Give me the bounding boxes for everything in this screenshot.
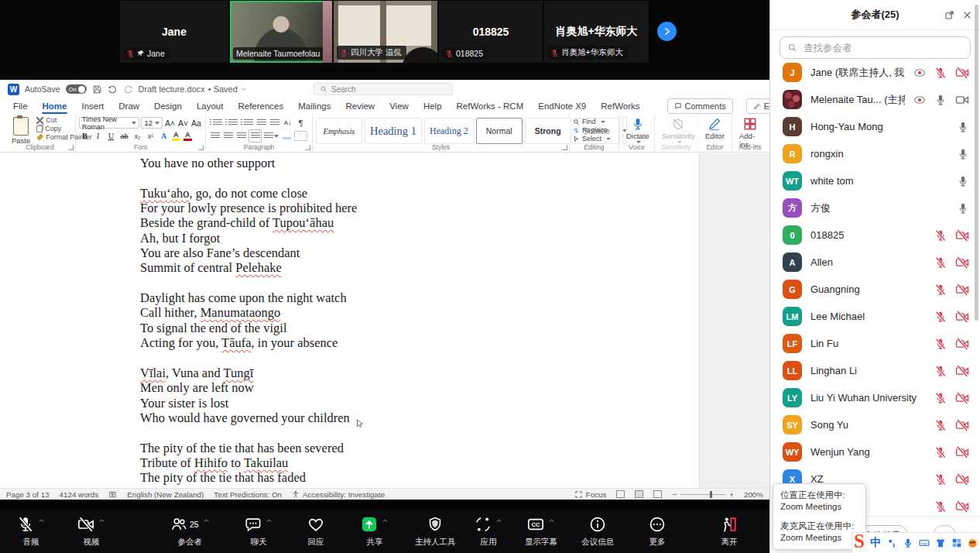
menu-tab-endnote-x9[interactable]: EndNote X9: [537, 100, 587, 112]
menu-tab-home[interactable]: Home: [42, 100, 68, 112]
font-dialog-launcher[interactable]: [198, 145, 204, 150]
underline-button[interactable]: U: [105, 130, 117, 142]
toolbar-audio[interactable]: 音频: [17, 514, 45, 548]
comments-button[interactable]: Comments: [667, 98, 733, 114]
menu-tab-refworks-rcm[interactable]: RefWorks - RCM: [456, 100, 525, 112]
shrink-font-button[interactable]: A˅: [177, 117, 189, 129]
toolbar-meeting-info[interactable]: 会议信息: [581, 514, 614, 548]
numbering-button[interactable]: [224, 117, 238, 129]
menu-tab-design[interactable]: Design: [153, 100, 183, 112]
select-button[interactable]: Select: [573, 135, 615, 143]
style-normal[interactable]: Normal: [476, 118, 523, 144]
styles-dialog-launcher[interactable]: [562, 145, 567, 150]
font-size-select[interactable]: 12: [141, 117, 163, 129]
close-icon[interactable]: [962, 10, 972, 20]
document-canvas[interactable]: You have no other supportTukuʻaho, go, d…: [0, 153, 769, 488]
participant-row[interactable]: JJane (联席主持人, 我): [770, 59, 980, 86]
menu-tab-layout[interactable]: Layout: [196, 100, 224, 112]
tray-emoji-icon[interactable]: [968, 538, 978, 548]
menu-tab-help[interactable]: Help: [423, 100, 443, 112]
toolbar-captions[interactable]: CC显示字幕: [525, 514, 557, 548]
style-strong[interactable]: Strong: [525, 118, 571, 144]
web-layout-button[interactable]: [653, 490, 662, 498]
zoom-slider[interactable]: − +: [672, 490, 733, 499]
toolbar-chat[interactable]: 聊天: [245, 514, 272, 548]
focus-mode-button[interactable]: Focus: [574, 490, 607, 499]
participant-search[interactable]: [780, 36, 971, 59]
toolbar-video[interactable]: 视频: [77, 514, 105, 548]
video-tile-jane[interactable]: JaneJane: [120, 1, 228, 63]
participant-row[interactable]: GGuangning: [770, 276, 980, 303]
participant-row[interactable]: LMLee Michael: [770, 303, 980, 330]
style-heading-1[interactable]: Heading 1: [365, 118, 422, 144]
bullets-button[interactable]: [209, 117, 223, 129]
autosave-toggle[interactable]: On: [66, 84, 87, 94]
align-center-button[interactable]: [222, 130, 234, 142]
participants-scrollbar[interactable]: [975, 5, 978, 321]
highlight-color-button[interactable]: A: [171, 131, 181, 141]
sort-button[interactable]: A↓: [282, 117, 293, 129]
chevron-up-icon[interactable]: [266, 517, 272, 524]
toolbar-participants[interactable]: 25参会者: [170, 514, 210, 548]
italic-button[interactable]: I: [92, 130, 104, 142]
toolbar-leave[interactable]: 离开: [721, 514, 738, 548]
borders-button[interactable]: [294, 131, 307, 141]
multilevel-list-button[interactable]: [240, 117, 254, 129]
document-title[interactable]: Draft lecture.docx • Saved: [139, 84, 247, 94]
chevron-up-icon[interactable]: [382, 517, 389, 524]
style-emphasis[interactable]: Emphasis: [316, 118, 362, 144]
redo-icon[interactable]: [123, 84, 133, 94]
tray-mic-icon[interactable]: [903, 538, 913, 548]
menu-tab-insert[interactable]: Insert: [81, 100, 105, 112]
align-right-button[interactable]: [235, 130, 247, 142]
menu-tab-refworks[interactable]: RefWorks: [600, 100, 640, 112]
increase-indent-button[interactable]: [269, 117, 280, 129]
status-language[interactable]: English (New Zealand): [127, 490, 204, 499]
zoom-slider-thumb[interactable]: [710, 491, 712, 498]
undo-icon[interactable]: [108, 84, 118, 94]
show-marks-button[interactable]: ¶: [295, 117, 307, 129]
print-layout-button[interactable]: [635, 490, 643, 498]
participant-row[interactable]: WYWenjun Yang: [770, 438, 980, 465]
clipboard-dialog-launcher[interactable]: [68, 145, 74, 150]
word-search-box[interactable]: Search: [314, 83, 453, 95]
line-spacing-button[interactable]: [263, 130, 279, 142]
menu-tab-mailings[interactable]: Mailings: [297, 100, 331, 112]
bold-button[interactable]: B: [79, 130, 91, 142]
status-words[interactable]: 4124 words: [60, 490, 99, 499]
participant-row[interactable]: 0018825: [770, 222, 980, 249]
change-case-button[interactable]: Aa: [190, 117, 202, 129]
toolbar-share[interactable]: 共享: [361, 514, 389, 548]
participant-search-input[interactable]: [802, 42, 963, 54]
proofing-icon[interactable]: [108, 490, 117, 499]
menu-tab-view[interactable]: View: [389, 100, 409, 112]
zoom-percent[interactable]: 200%: [744, 490, 763, 499]
toolbar-apps[interactable]: 应用: [475, 514, 502, 548]
collapse-ribbon-icon[interactable]: [752, 142, 760, 149]
status-predictions[interactable]: Text Predictions: On: [214, 490, 282, 499]
chevron-up-icon[interactable]: [98, 517, 105, 524]
menu-tab-references[interactable]: References: [237, 100, 284, 112]
editor-button[interactable]: Editor: [701, 116, 728, 141]
participant-row[interactable]: LLLinghan Li: [770, 357, 980, 384]
sogou-icon[interactable]: S: [854, 533, 865, 550]
tray-keyboard-icon[interactable]: [919, 538, 930, 548]
participant-row[interactable]: SYSong Yu: [770, 411, 980, 438]
sensitivity-button[interactable]: Sensitivity: [658, 116, 699, 144]
save-icon[interactable]: [92, 84, 102, 94]
participant-row[interactable]: LYLiu Yi Wuhan University: [770, 384, 980, 411]
dictate-button[interactable]: Dictate: [622, 116, 653, 144]
shading-button[interactable]: [281, 130, 293, 142]
align-left-button[interactable]: [209, 130, 221, 142]
video-tile-xiaoaoxu[interactable]: 肖奥旭+华东师大肖奥旭+华东师大: [544, 1, 649, 63]
tray-shirt-icon[interactable]: [935, 538, 946, 548]
paste-button[interactable]: Paste: [8, 116, 34, 146]
font-color-button[interactable]: A: [183, 131, 193, 141]
toolbar-host-tools[interactable]: 主持人工具: [415, 514, 456, 548]
subscript-button[interactable]: x₂: [132, 130, 143, 142]
participant-row[interactable]: HHong-Yau Mong: [770, 113, 980, 140]
menu-tab-file[interactable]: File: [12, 100, 29, 112]
participant-row[interactable]: Rrongxin: [770, 140, 980, 167]
next-videos-button[interactable]: [657, 22, 677, 41]
participant-row[interactable]: LFLin Fu: [770, 330, 980, 357]
